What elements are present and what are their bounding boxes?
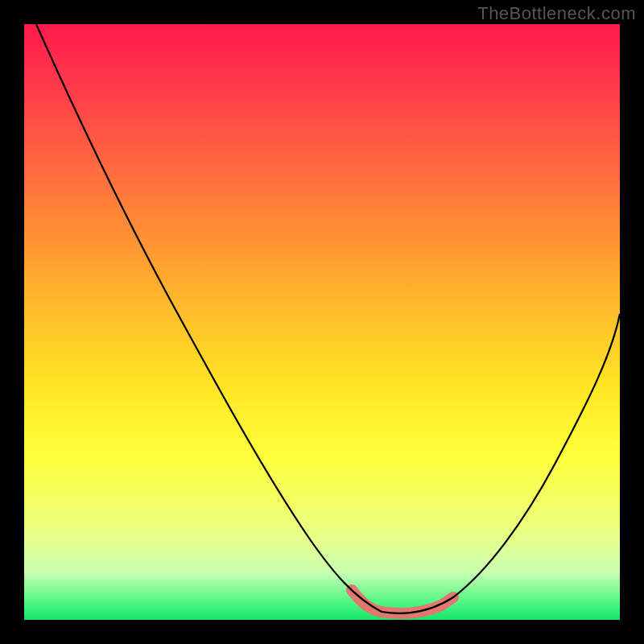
chart-frame: TheBottleneck.com: [0, 0, 644, 644]
plot-area: [24, 24, 620, 620]
watermark-text: TheBottleneck.com: [477, 3, 636, 24]
bottleneck-curve-svg: [24, 24, 620, 620]
bottleneck-curve-line: [36, 24, 620, 613]
